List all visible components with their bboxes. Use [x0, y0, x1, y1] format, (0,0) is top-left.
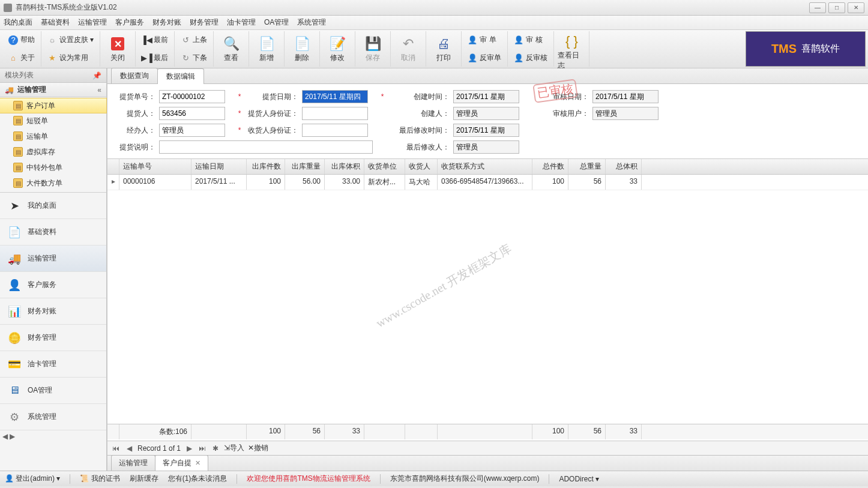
sidebar-section-header[interactable]: 🚚运输管理«: [0, 83, 106, 97]
input-mtime[interactable]: [453, 124, 519, 137]
col-outvol[interactable]: 出库体积: [325, 159, 364, 174]
close-tab-icon[interactable]: ✕: [195, 459, 200, 467]
tree-transfer[interactable]: ▤中转外包单: [0, 160, 106, 175]
close-button[interactable]: ✕关闭: [104, 34, 131, 64]
tree-shortbarge[interactable]: ▤短驳单: [0, 113, 106, 128]
nav-first[interactable]: ⏮: [111, 444, 121, 453]
col-totwgt[interactable]: 总重量: [568, 159, 606, 174]
nav-basicdata[interactable]: 📄基础资料: [0, 219, 106, 246]
next-button[interactable]: ↻下条: [178, 50, 209, 65]
close-window-button[interactable]: ✕: [848, 2, 864, 13]
refresh-cache-button[interactable]: 刷新缓存: [130, 474, 158, 484]
prev-button[interactable]: ↺上条: [178, 32, 209, 48]
col-recvcontact[interactable]: 收货联系方式: [438, 159, 532, 174]
menu-transport[interactable]: 运输管理: [78, 17, 107, 28]
input-date[interactable]: [302, 90, 368, 103]
label-handler: 经办人：: [117, 125, 159, 136]
logout-button[interactable]: 👤 登出(admin) ▾: [5, 474, 60, 484]
input-pid[interactable]: [302, 107, 368, 120]
col-recvperson[interactable]: 收货人: [405, 159, 438, 174]
add-button[interactable]: 📄新增: [253, 34, 280, 64]
menu-customer[interactable]: 客户服务: [115, 17, 144, 28]
skin-icon: ☼: [47, 35, 57, 45]
menu-basicdata[interactable]: 基础资料: [41, 17, 70, 28]
required-mark: *: [235, 126, 244, 134]
edit-button[interactable]: 📝修改: [324, 34, 351, 64]
col-totvol[interactable]: 总体积: [606, 159, 642, 174]
company-link[interactable]: 东莞市喜鹊网络科技有限公司(www.xqerp.com): [390, 474, 540, 484]
nav-fuelcard[interactable]: 💳油卡管理: [0, 351, 106, 378]
tab-edit[interactable]: 数据编辑: [157, 68, 204, 84]
input-note[interactable]: [159, 140, 373, 154]
input-billno[interactable]: [159, 90, 225, 103]
menu-oa[interactable]: OA管理: [264, 17, 289, 28]
tree-transport[interactable]: ▤运输单: [0, 128, 106, 144]
pin-icon[interactable]: 📌: [92, 71, 101, 80]
skin-button[interactable]: ☼设置皮肤 ▾: [45, 32, 96, 48]
nav-finance[interactable]: 🪙财务管理: [0, 325, 106, 351]
unread-msg[interactable]: 您有(1)条未读消息: [168, 474, 228, 484]
minimize-button[interactable]: —: [809, 2, 826, 13]
nav-customer[interactable]: 👤客户服务: [0, 272, 106, 298]
col-transportdate[interactable]: 运输日期: [191, 159, 247, 174]
col-outwgt[interactable]: 出库重量: [285, 159, 325, 174]
approve-button[interactable]: 👤审 核: [511, 32, 550, 48]
cert-button[interactable]: 📜 我的证书: [80, 474, 119, 484]
cancel-button[interactable]: ↶取消: [394, 34, 422, 64]
input-muser[interactable]: [453, 140, 519, 154]
label-billno: 提货单号：: [117, 92, 159, 102]
save-button[interactable]: 💾保存: [359, 34, 387, 64]
connection-indicator[interactable]: ADODirect ▾: [559, 475, 599, 483]
nav-desktop[interactable]: ➤我的桌面: [0, 193, 106, 219]
btab-transport[interactable]: 运输管理: [111, 455, 155, 471]
nav-next[interactable]: ▶: [184, 444, 194, 453]
input-handler[interactable]: [159, 124, 225, 137]
tab-query[interactable]: 数据查询: [111, 68, 158, 83]
input-ctime[interactable]: [453, 90, 519, 103]
view-button[interactable]: 🔍查看: [217, 34, 245, 64]
tree-virtual-stock[interactable]: ▤虚拟库存: [0, 144, 106, 160]
grid-row[interactable]: ▸ 00000106 2017/5/11 ... 100 56.00 33.00…: [107, 175, 868, 190]
log-button[interactable]: { }查看日志: [558, 31, 585, 72]
sidebar-scroll[interactable]: ◀ ▶: [0, 430, 106, 442]
col-recvunit[interactable]: 收货单位: [364, 159, 405, 174]
nav-system[interactable]: ⚙系统管理: [0, 404, 106, 430]
nav-finance-check[interactable]: 📊财务对账: [0, 298, 106, 325]
nav-transport[interactable]: 🚚运输管理: [0, 246, 106, 272]
menu-finance[interactable]: 财务管理: [190, 17, 219, 28]
col-transportno[interactable]: 运输单号: [119, 159, 191, 174]
about-button[interactable]: ⌂关于: [6, 50, 37, 65]
menu-fuelcard[interactable]: 油卡管理: [227, 17, 256, 28]
input-creator[interactable]: [453, 107, 519, 120]
tree-customer-order[interactable]: ▤客户订单: [0, 98, 107, 113]
nav-prev[interactable]: ◀: [124, 444, 134, 453]
bottom-tabs: 运输管理 客户自提✕: [107, 455, 868, 471]
input-rid[interactable]: [302, 124, 368, 137]
undo-button[interactable]: ✕撤销: [248, 443, 268, 453]
tree-bigitem[interactable]: ▤大件数方单: [0, 175, 106, 191]
col-totqty[interactable]: 总件数: [532, 159, 568, 174]
nav-last[interactable]: ⏭: [197, 444, 207, 453]
delete-button[interactable]: 📄删除: [288, 34, 316, 64]
last-button[interactable]: ▶▐最后: [139, 50, 170, 65]
help-button[interactable]: ?帮助: [6, 32, 37, 48]
import-button[interactable]: ⇲导入: [224, 443, 244, 453]
nav-addrow[interactable]: ✱: [211, 444, 220, 453]
first-button[interactable]: ▐◀最前: [139, 32, 170, 48]
input-auser[interactable]: [592, 107, 659, 120]
print-button[interactable]: 🖨打印: [430, 34, 457, 64]
audit-button[interactable]: 👤审 单: [465, 32, 504, 48]
nav-oa[interactable]: 🖥OA管理: [0, 378, 106, 404]
maximize-button[interactable]: □: [828, 2, 845, 13]
input-picker[interactable]: [159, 107, 225, 120]
unaudit-button[interactable]: 👤反审单: [465, 50, 504, 65]
menu-system[interactable]: 系统管理: [297, 17, 326, 28]
menu-finance-check[interactable]: 财务对账: [152, 17, 181, 28]
menu-desktop[interactable]: 我的桌面: [4, 17, 32, 28]
btab-pickup[interactable]: 客户自提✕: [155, 455, 208, 471]
unapprove-button[interactable]: 👤反审核: [511, 50, 550, 65]
col-outqty[interactable]: 出库件数: [247, 159, 285, 174]
input-atime[interactable]: [592, 90, 659, 103]
monitor-icon: 🖥: [7, 384, 22, 398]
set-common-button[interactable]: ★设为常用: [45, 50, 96, 65]
